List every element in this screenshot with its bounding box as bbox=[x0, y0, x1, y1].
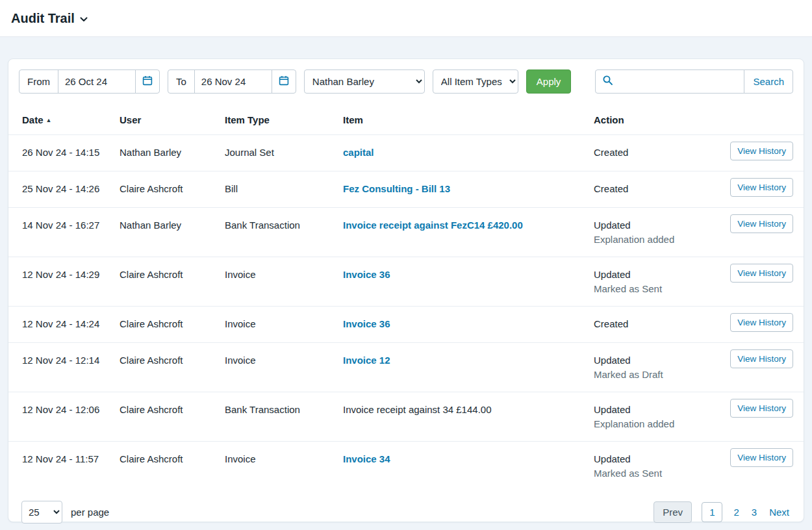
row-item-type: Invoice bbox=[225, 268, 343, 281]
row-user: Claire Ashcroft bbox=[120, 268, 225, 281]
search-group: Search bbox=[595, 69, 793, 94]
from-date-group: From bbox=[19, 69, 160, 94]
sort-asc-icon: ▲ bbox=[46, 117, 52, 123]
calendar-icon bbox=[279, 75, 289, 88]
calendar-icon bbox=[142, 75, 153, 88]
row-action: Created bbox=[594, 317, 720, 331]
chevron-down-icon[interactable] bbox=[80, 17, 88, 22]
column-header-action[interactable]: Action bbox=[594, 114, 720, 125]
row-item-type: Bill bbox=[225, 182, 343, 196]
table-row: 12 Nov 24 - 14:24 Claire Ashcroft Invoic… bbox=[8, 306, 804, 342]
column-header-date[interactable]: Date▲ bbox=[22, 114, 120, 125]
view-history-button[interactable]: View History bbox=[730, 214, 793, 233]
item-type-filter-select[interactable]: All Item Types bbox=[433, 69, 518, 94]
row-user: Claire Ashcroft bbox=[120, 403, 225, 416]
row-action: Updated bbox=[594, 353, 720, 367]
row-action-detail: Explanation added bbox=[594, 417, 720, 431]
row-date: 12 Nov 24 - 12:14 bbox=[22, 353, 120, 367]
row-user: Claire Ashcroft bbox=[120, 452, 225, 466]
row-date: 12 Nov 24 - 11:57 bbox=[22, 452, 120, 466]
table-footer: 25 per page Prev 1 2 3 Next bbox=[8, 490, 804, 530]
from-label: From bbox=[19, 69, 58, 94]
row-item-type: Bank Transaction bbox=[225, 403, 343, 416]
table-row: 12 Nov 24 - 12:06 Claire Ashcroft Bank T… bbox=[8, 392, 804, 441]
row-item-link[interactable]: Invoice receipt against FezC14 £420.00 bbox=[343, 220, 523, 231]
prev-page-button[interactable]: Prev bbox=[653, 501, 692, 523]
view-history-button[interactable]: View History bbox=[730, 448, 793, 467]
row-date: 12 Nov 24 - 14:29 bbox=[22, 268, 120, 281]
to-label: To bbox=[168, 69, 195, 94]
row-action: Updated bbox=[594, 452, 720, 466]
table-row: 14 Nov 24 - 16:27 Nathan Barley Bank Tra… bbox=[8, 207, 804, 257]
row-date: 14 Nov 24 - 16:27 bbox=[22, 218, 120, 232]
audit-trail-card: From To Nathan Barley All Item Types Ap bbox=[8, 58, 804, 522]
row-action: Updated bbox=[594, 268, 720, 281]
column-header-item-type[interactable]: Item Type bbox=[225, 114, 343, 125]
column-header-user[interactable]: User bbox=[120, 114, 225, 125]
row-item-link[interactable]: Invoice 36 bbox=[343, 269, 390, 280]
page-button-2[interactable]: 2 bbox=[732, 507, 740, 518]
table-row: 12 Nov 24 - 14:29 Claire Ashcroft Invoic… bbox=[8, 257, 804, 306]
view-history-button[interactable]: View History bbox=[730, 313, 793, 332]
row-date: 26 Nov 24 - 14:15 bbox=[22, 145, 120, 159]
row-action-detail: Marked as Sent bbox=[594, 282, 720, 296]
view-history-button[interactable]: View History bbox=[730, 178, 793, 197]
per-page-label: per page bbox=[71, 507, 109, 518]
row-item-link[interactable]: Invoice 36 bbox=[343, 318, 390, 329]
view-history-button[interactable]: View History bbox=[730, 142, 793, 160]
next-page-button[interactable]: Next bbox=[768, 507, 791, 518]
per-page-select[interactable]: 25 bbox=[21, 501, 62, 524]
row-item-type: Invoice bbox=[225, 353, 343, 367]
row-item-text: Invoice receipt against 34 £144.00 bbox=[343, 404, 492, 415]
to-calendar-button[interactable] bbox=[272, 69, 296, 94]
row-action-detail: Explanation added bbox=[594, 233, 720, 246]
row-user: Nathan Barley bbox=[120, 145, 225, 159]
row-user: Claire Ashcroft bbox=[120, 353, 225, 367]
table-row: 12 Nov 24 - 11:57 Claire Ashcroft Invoic… bbox=[8, 441, 804, 490]
table-header: Date▲ User Item Type Item Action bbox=[8, 104, 804, 134]
view-history-button[interactable]: View History bbox=[730, 399, 793, 418]
row-action-detail: Marked as Draft bbox=[594, 368, 720, 381]
search-button[interactable]: Search bbox=[744, 69, 793, 94]
row-user: Nathan Barley bbox=[120, 218, 225, 232]
row-action: Updated bbox=[594, 403, 720, 416]
to-date-input[interactable] bbox=[194, 69, 272, 94]
to-date-group: To bbox=[168, 69, 296, 94]
search-box bbox=[595, 69, 744, 94]
page-button-3[interactable]: 3 bbox=[750, 507, 758, 518]
search-input[interactable] bbox=[618, 75, 744, 88]
row-action: Created bbox=[594, 145, 720, 159]
row-item-type: Invoice bbox=[225, 317, 343, 331]
row-item-type: Invoice bbox=[225, 452, 343, 466]
row-user: Claire Ashcroft bbox=[120, 317, 225, 331]
row-action: Created bbox=[594, 182, 720, 196]
row-date: 12 Nov 24 - 12:06 bbox=[22, 403, 120, 416]
filter-bar: From To Nathan Barley All Item Types Ap bbox=[8, 59, 804, 104]
apply-button[interactable]: Apply bbox=[526, 69, 572, 94]
view-history-button[interactable]: View History bbox=[730, 349, 793, 368]
pagination: Prev 1 2 3 Next bbox=[653, 501, 791, 523]
view-history-button[interactable]: View History bbox=[730, 264, 793, 283]
row-user: Claire Ashcroft bbox=[120, 182, 225, 196]
table-row: 12 Nov 24 - 12:14 Claire Ashcroft Invoic… bbox=[8, 342, 804, 392]
user-filter-select[interactable]: Nathan Barley bbox=[304, 69, 425, 94]
row-item-link[interactable]: Invoice 12 bbox=[343, 355, 390, 366]
search-icon bbox=[602, 75, 613, 88]
table-row: 26 Nov 24 - 14:15 Nathan Barley Journal … bbox=[8, 134, 804, 171]
table-row: 25 Nov 24 - 14:26 Claire Ashcroft Bill F… bbox=[8, 171, 804, 207]
row-action: Updated bbox=[594, 218, 720, 232]
row-date: 12 Nov 24 - 14:24 bbox=[22, 317, 120, 331]
page-title: Audit Trail bbox=[11, 11, 75, 26]
row-date: 25 Nov 24 - 14:26 bbox=[22, 182, 120, 196]
row-item-link[interactable]: Fez Consulting - Bill 13 bbox=[343, 183, 450, 194]
page-button-1[interactable]: 1 bbox=[702, 502, 722, 522]
row-item-type: Bank Transaction bbox=[225, 218, 343, 232]
row-item-link[interactable]: Invoice 34 bbox=[343, 453, 390, 464]
row-action-detail: Marked as Sent bbox=[594, 466, 720, 480]
row-item-type: Journal Set bbox=[225, 145, 343, 159]
row-item-link[interactable]: capital bbox=[343, 147, 374, 158]
from-calendar-button[interactable] bbox=[135, 69, 160, 94]
column-header-item[interactable]: Item bbox=[343, 114, 594, 125]
top-bar: Audit Trail bbox=[0, 0, 812, 37]
from-date-input[interactable] bbox=[58, 69, 136, 94]
